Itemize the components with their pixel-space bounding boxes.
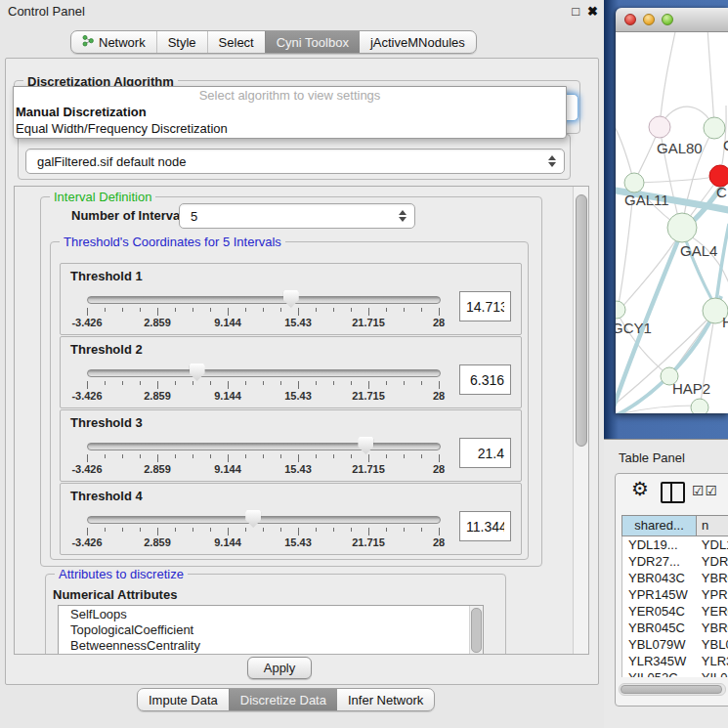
scrollbar-thumb[interactable] xyxy=(621,685,722,694)
cell[interactable]: YBR043C xyxy=(622,570,696,586)
numerical-attributes-label: Numerical Attributes xyxy=(53,587,177,602)
threshold-2-panel: Threshold 2 -3.426 2.859 9.144 15.43 21.… xyxy=(60,336,522,408)
axis-tick-label: 21.715 xyxy=(352,463,385,475)
node-gal11[interactable] xyxy=(624,173,644,193)
tab-cyni-toolbox[interactable]: Cyni Toolbox xyxy=(265,31,360,53)
tab-infer-network[interactable]: Infer Network xyxy=(337,689,434,710)
slider-axis-labels: -3.426 2.859 9.144 15.43 21.715 28 xyxy=(87,536,439,548)
slider-tick-marks xyxy=(87,308,439,317)
table-row[interactable]: YLR345WYLR3 xyxy=(622,653,728,669)
tab-label: Discretize Data xyxy=(240,693,326,707)
table-row[interactable]: YDL19...YDL1 xyxy=(622,536,728,553)
slider-thumb[interactable] xyxy=(190,364,205,381)
dropdown-option-manual[interactable]: Manual Discretization xyxy=(14,104,566,120)
dropdown-option-equal-width[interactable]: Equal Width/Frequency Discretization xyxy=(14,120,566,137)
split-view-icon[interactable] xyxy=(661,482,685,503)
cell[interactable]: YBR045C xyxy=(622,620,696,636)
tab-impute-data[interactable]: Impute Data xyxy=(138,689,229,710)
tab-discretize-data[interactable]: Discretize Data xyxy=(229,689,337,710)
network-window-titlebar[interactable] xyxy=(616,8,728,32)
tab-network[interactable]: Network xyxy=(71,31,156,53)
threshold-label: Threshold 1 xyxy=(70,269,143,283)
column-header-name[interactable]: n xyxy=(697,515,728,536)
close-traffic-light[interactable] xyxy=(624,14,636,25)
threshold-3-value-field[interactable] xyxy=(459,438,511,468)
list-item[interactable]: BetweennessCentrality xyxy=(59,637,483,653)
threshold-1-value-field[interactable] xyxy=(459,291,511,321)
cell[interactable]: YDL1 xyxy=(696,536,728,553)
node-gal4[interactable] xyxy=(667,213,697,242)
combobox-value: 5 xyxy=(191,209,197,224)
slider-thumb[interactable] xyxy=(245,510,261,528)
close-window-icon[interactable]: ✖ xyxy=(587,4,598,19)
cell[interactable]: YER0 xyxy=(696,603,728,620)
node-ga[interactable] xyxy=(704,117,725,139)
table-row[interactable]: YBL079WYBL0 xyxy=(622,636,728,653)
threshold-4-panel: Threshold 4 -3.426 2.859 9.144 15.43 21.… xyxy=(60,483,522,555)
network-icon xyxy=(82,34,94,50)
table-row[interactable]: YDR27...YDR2 xyxy=(622,553,728,570)
cell[interactable]: YBL0 xyxy=(696,636,728,653)
table-data-combobox[interactable]: galFiltered.sif default node xyxy=(25,149,565,174)
checkbox-toolbar-icons[interactable]: ☑☑ xyxy=(692,483,718,498)
group-title: Attributes to discretize xyxy=(55,567,188,581)
tab-style[interactable]: Style xyxy=(156,31,207,53)
threshold-4-slider[interactable] xyxy=(87,516,441,524)
cell[interactable]: YIL0 xyxy=(696,669,728,677)
minimize-traffic-light[interactable] xyxy=(643,14,655,25)
axis-tick-label: 21.715 xyxy=(352,536,385,548)
network-view-window: GAL80 GA C GAL11 GAL4 GCY1 H HAP2 xyxy=(616,8,728,413)
list-scrollbar[interactable] xyxy=(469,606,483,655)
tab-select[interactable]: Select xyxy=(207,31,265,53)
threshold-4-value-field[interactable] xyxy=(459,511,511,541)
scrollbar-thumb[interactable] xyxy=(471,608,482,653)
network-canvas[interactable]: GAL80 GA C GAL11 GAL4 GCY1 H HAP2 xyxy=(616,32,728,413)
settings-scrollbar[interactable] xyxy=(573,187,588,654)
node-gal80[interactable] xyxy=(649,116,670,138)
gear-icon[interactable]: ⚙ xyxy=(631,479,649,498)
tab-jactivemnodules[interactable]: jActiveMNodules xyxy=(360,31,476,53)
column-header-shared-name[interactable]: shared... xyxy=(621,515,697,536)
slider-tick-marks xyxy=(87,454,439,463)
node-bottom[interactable] xyxy=(691,399,708,413)
table-row[interactable]: YPR145WYPR1 xyxy=(622,586,728,603)
threshold-3-slider[interactable] xyxy=(87,443,441,450)
float-window-icon[interactable]: □ xyxy=(572,4,579,19)
axis-tick-label: -3.426 xyxy=(71,536,102,548)
slider-thumb[interactable] xyxy=(358,437,373,454)
threshold-2-slider[interactable] xyxy=(87,369,441,377)
list-item[interactable]: TopologicalCoefficient xyxy=(59,621,483,637)
threshold-2-value-field[interactable] xyxy=(459,364,511,395)
cell[interactable]: YDL19... xyxy=(622,536,696,553)
cell[interactable]: YDR2 xyxy=(696,553,728,570)
node-label-h: H xyxy=(722,314,728,330)
table-panel-title: Table Panel xyxy=(619,450,685,465)
table-row[interactable]: YIL052CYIL0 xyxy=(622,669,728,677)
table-row[interactable]: YER054CYER0 xyxy=(622,603,728,620)
slider-thumb[interactable] xyxy=(283,290,299,308)
cell[interactable]: YPR1 xyxy=(696,586,728,603)
node-gcy1[interactable] xyxy=(616,301,625,319)
cell[interactable]: YPR145W xyxy=(622,586,696,603)
cell[interactable]: YLR3 xyxy=(696,653,728,669)
cell[interactable]: YIL052C xyxy=(622,669,696,677)
cell[interactable]: YBR0 xyxy=(696,570,728,586)
apply-button[interactable]: Apply xyxy=(247,657,312,679)
table-row[interactable]: YBR045CYBR0 xyxy=(622,620,728,636)
number-of-intervals-combobox[interactable]: 5 xyxy=(179,203,415,229)
cell[interactable]: YBL079W xyxy=(622,636,696,653)
table-horizontal-scrollbar[interactable] xyxy=(619,683,726,696)
cell[interactable]: YLR345W xyxy=(622,653,696,669)
node-label-ga: GA xyxy=(723,137,728,153)
cell[interactable]: YDR27... xyxy=(622,553,696,570)
axis-tick-label: 9.144 xyxy=(214,463,241,475)
list-item[interactable]: SelfLoops xyxy=(59,606,483,621)
cell[interactable]: YBR0 xyxy=(696,620,728,636)
threshold-label: Threshold 3 xyxy=(70,415,143,430)
scrollbar-thumb[interactable] xyxy=(576,194,587,447)
threshold-1-slider[interactable] xyxy=(87,296,441,304)
combobox-stepper-icon xyxy=(399,210,407,222)
zoom-traffic-light[interactable] xyxy=(662,14,673,25)
cell[interactable]: YER054C xyxy=(622,603,696,620)
table-row[interactable]: YBR043CYBR0 xyxy=(622,570,728,586)
